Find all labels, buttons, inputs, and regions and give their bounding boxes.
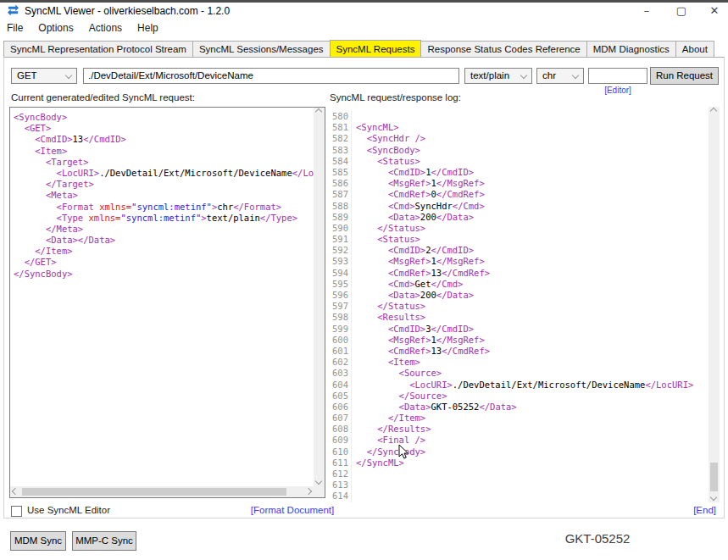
- code-line: <Data></Data>: [14, 235, 314, 246]
- tab-syncml-representation-protocol-stream[interactable]: SyncML Representation Protocol Stream: [3, 41, 193, 58]
- code-line: <CmdRef>13</CmdRef>: [352, 346, 490, 357]
- log-row: 611</SyncML>: [330, 457, 709, 469]
- log-row: 598 <Results>: [330, 312, 709, 323]
- line-number: 585: [330, 167, 352, 178]
- line-number: 599: [330, 324, 352, 335]
- data-value-input[interactable]: [588, 68, 647, 84]
- menu-item-help[interactable]: Help: [130, 19, 166, 37]
- log-vertical-scrollbar[interactable]: [709, 107, 720, 502]
- maximize-button[interactable]: ▢: [667, 3, 696, 19]
- tab-syncml-sessions-messages[interactable]: SyncML Sessions/Messages: [192, 41, 331, 58]
- scroll-up-icon[interactable]: [711, 108, 716, 114]
- log-row: 580: [330, 111, 709, 122]
- content-type-value: text/plain: [470, 70, 509, 80]
- scroll-down-icon[interactable]: [711, 495, 716, 500]
- line-number: 604: [330, 380, 352, 391]
- log-row: 614: [330, 491, 709, 502]
- log-row: 589 <Data>200</Data>: [330, 212, 709, 223]
- line-number: 591: [330, 234, 352, 245]
- code-line: <SyncBody>: [352, 145, 420, 156]
- close-button[interactable]: ✕: [700, 3, 728, 19]
- mdm-sync-button[interactable]: MDM Sync: [10, 531, 66, 551]
- scroll-left-icon[interactable]: [13, 489, 18, 494]
- code-line: <GET>: [14, 123, 314, 134]
- chevron-down-icon: [520, 72, 527, 79]
- code-line: </SyncBody>: [352, 446, 425, 457]
- scroll-down-icon[interactable]: [316, 479, 321, 484]
- line-number: 603: [330, 368, 352, 379]
- code-line: </SyncML>: [352, 457, 404, 469]
- scroll-up-icon[interactable]: [316, 109, 321, 114]
- code-line: <LocURI>./DevDetail/Ext/Microsoft/Device…: [14, 168, 314, 179]
- code-line: <Cmd>SyncHdr</Cmd>: [352, 201, 485, 212]
- log-row: 585 <CmdID>1</CmdID>: [330, 167, 709, 178]
- horizontal-scroll-thumb[interactable]: [22, 488, 286, 496]
- log-row: 586 <MsgRef>1</MsgRef>: [330, 178, 709, 189]
- log-row: 602 <Item>: [330, 357, 709, 368]
- log-row: 588 <Cmd>SyncHdr</Cmd>: [330, 201, 709, 212]
- use-syncml-editor-checkbox[interactable]: [11, 506, 22, 517]
- request-panel-label: Current generated/edited SyncML request:: [11, 92, 195, 103]
- request-editor[interactable]: <SyncBody> <GET> <CmdID>13</CmdID> <Item…: [9, 107, 325, 498]
- method-dropdown[interactable]: GET: [11, 68, 77, 84]
- code-line: <CmdRef>13</CmdRef>: [352, 268, 490, 279]
- code-line: </GET>: [14, 257, 314, 268]
- tab-response-status-codes-reference[interactable]: Response Status Codes Reference: [420, 41, 586, 58]
- format-document-link[interactable]: [Format Document]: [251, 505, 334, 515]
- menu-item-file[interactable]: File: [0, 19, 31, 37]
- request-code[interactable]: <SyncBody> <GET> <CmdID>13</CmdID> <Item…: [10, 108, 314, 486]
- app-sync-icon: [7, 4, 19, 17]
- line-number: 611: [330, 457, 352, 469]
- code-line: <MsgRef>1</MsgRef>: [352, 178, 485, 189]
- line-number: 612: [330, 469, 352, 480]
- encoding-value: chr: [542, 70, 556, 80]
- code-line: <Item>: [352, 357, 420, 368]
- log-row: 601 <CmdRef>13</CmdRef>: [330, 346, 709, 357]
- menu-item-actions[interactable]: Actions: [81, 19, 130, 37]
- log-row: 592 <CmdID>2</CmdID>: [330, 245, 709, 256]
- log-code[interactable]: 580 581<SyncML>582 <SyncHdr />583 <SyncB…: [330, 107, 709, 502]
- use-syncml-editor-label: Use SyncML Editor: [27, 505, 110, 515]
- log-row: 587 <CmdRef>0</CmdRef>: [330, 189, 709, 200]
- line-number: 609: [330, 435, 352, 446]
- code-line: <Final />: [352, 435, 425, 446]
- code-line: <SyncBody>: [14, 112, 314, 123]
- uri-input[interactable]: ./DevDetail/Ext/Microsoft/DeviceName: [83, 68, 459, 84]
- log-view[interactable]: 580 581<SyncML>582 <SyncHdr />583 <SyncB…: [330, 107, 720, 502]
- end-link[interactable]: [End]: [693, 505, 716, 515]
- vertical-scroll-thumb[interactable]: [710, 463, 718, 491]
- code-line: <Status>: [352, 156, 420, 167]
- log-row: 610 </SyncBody>: [330, 446, 709, 457]
- code-line: <Data>GKT-05252</Data>: [352, 402, 517, 413]
- log-row: 583 <SyncBody>: [330, 145, 709, 156]
- scroll-right-icon[interactable]: [306, 489, 311, 494]
- device-name-text: GKT-05252: [538, 531, 657, 546]
- request-horizontal-scrollbar[interactable]: [10, 486, 314, 497]
- line-number: 608: [330, 424, 352, 435]
- editor-link[interactable]: [Editor]: [604, 86, 631, 95]
- tab-mdm-diagnostics[interactable]: MDM Diagnostics: [586, 41, 676, 58]
- line-number: 580: [330, 111, 352, 122]
- log-row: 604 <LocURI>./DevDetail/Ext/Microsoft/De…: [330, 380, 709, 391]
- log-row: 595 <Cmd>Get</Cmd>: [330, 279, 709, 290]
- menu-item-options[interactable]: Options: [31, 19, 81, 37]
- line-number: 606: [330, 402, 352, 413]
- log-row: 597 </Status>: [330, 301, 709, 312]
- run-request-button[interactable]: Run Request: [650, 67, 719, 85]
- minimize-button[interactable]: –: [632, 3, 661, 19]
- code-line: <Data>200</Data>: [352, 290, 474, 301]
- encoding-dropdown[interactable]: chr: [536, 68, 584, 84]
- line-number: 593: [330, 256, 352, 267]
- mmpc-sync-button[interactable]: MMP-C Sync: [72, 531, 136, 551]
- line-number: 613: [330, 480, 352, 491]
- tab-syncml-requests[interactable]: SyncML Requests: [330, 40, 422, 58]
- request-vertical-scrollbar[interactable]: [314, 108, 325, 486]
- content-type-dropdown[interactable]: text/plain: [464, 68, 532, 84]
- tab-about[interactable]: About: [675, 41, 714, 58]
- line-number: 586: [330, 178, 352, 189]
- code-line: <LocURI>./DevDetail/Ext/Microsoft/Device…: [352, 380, 693, 391]
- method-value: GET: [17, 70, 37, 80]
- code-line: <Type xmlns="syncml:metinf">text/plain</…: [14, 213, 314, 224]
- line-number: 581: [330, 122, 352, 133]
- titlebar: SyncML Viewer - oliverkieselbach.com - 1…: [0, 3, 728, 19]
